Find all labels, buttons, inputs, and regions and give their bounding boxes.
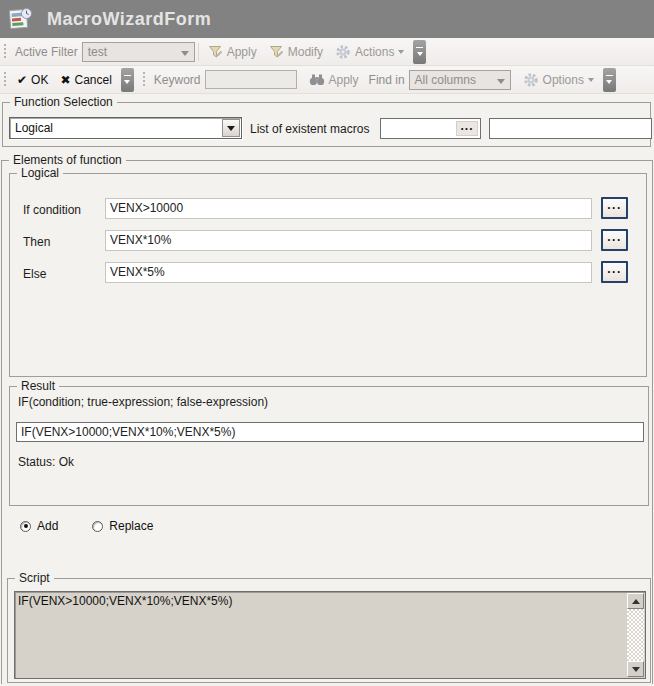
- script-vertical-scrollbar[interactable]: [627, 593, 644, 677]
- function-type-combobox[interactable]: Logical: [9, 117, 242, 139]
- active-filter-combobox[interactable]: test: [82, 42, 195, 62]
- script-content: IF(VENX>10000;VENX*10%;VENX*5%): [18, 594, 625, 608]
- app-icon: [7, 5, 35, 33]
- add-radio-label: Add: [37, 519, 58, 533]
- radio-circle-icon: [92, 521, 103, 532]
- then-value: VENX*10%: [110, 233, 171, 247]
- active-filter-label: Active Filter: [11, 45, 82, 59]
- existent-macros-browse-button[interactable]: ...: [456, 121, 478, 136]
- scroll-down-button[interactable]: [627, 661, 644, 677]
- elements-of-function-group: Elements of function Logical If conditio…: [1, 160, 653, 684]
- function-type-value: Logical: [15, 121, 53, 135]
- else-value: VENX*5%: [110, 265, 165, 279]
- add-radio[interactable]: Add: [20, 519, 58, 533]
- else-label: Else: [23, 267, 46, 281]
- function-selection-group: Function Selection Logical List of exist…: [2, 102, 651, 147]
- replace-radio[interactable]: Replace: [92, 519, 153, 533]
- triangle-down-icon: [632, 667, 640, 676]
- status-text: Status: Ok: [18, 455, 74, 469]
- find-in-combobox[interactable]: All columns: [409, 70, 511, 90]
- if-condition-browse-button[interactable]: ...: [601, 197, 628, 219]
- script-group: Script IF(VENX>10000;VENX*10%;VENX*5%): [7, 578, 651, 683]
- then-input[interactable]: VENX*10%: [105, 230, 592, 251]
- find-in-label: Find in: [365, 73, 409, 87]
- filter-edit-icon: [269, 45, 284, 59]
- gear-icon: [523, 72, 539, 88]
- mode-radio-group: Add Replace: [20, 519, 179, 533]
- form-body: Function Selection Logical List of exist…: [0, 95, 654, 686]
- find-apply-button[interactable]: Apply: [303, 70, 365, 90]
- if-condition-value: VENX>10000: [110, 201, 183, 215]
- logical-group: Logical If condition VENX>10000 ... Then…: [9, 173, 647, 377]
- window-title: MacroWizardForm: [47, 9, 211, 30]
- replace-radio-label: Replace: [109, 519, 153, 533]
- check-icon: ✔: [17, 73, 27, 87]
- result-expression-input[interactable]: IF(VENX>10000;VENX*10%;VENX*5%): [16, 422, 644, 442]
- if-condition-input[interactable]: VENX>10000: [105, 198, 592, 219]
- result-signature: IF(condition; true-expression; false-exp…: [18, 395, 268, 409]
- command-toolbar: ✔ OK ✖ Cancel Keyword Apply Find in: [0, 66, 654, 94]
- keyword-label: Keyword: [150, 73, 205, 87]
- ok-label: OK: [31, 73, 48, 87]
- title-bar: MacroWizardForm: [0, 0, 654, 38]
- chevron-down-icon: [181, 51, 189, 60]
- then-label: Then: [23, 235, 50, 249]
- result-group: Result IF(condition; true-expression; fa…: [9, 386, 649, 506]
- toolbar-overflow-button[interactable]: [603, 68, 616, 92]
- keyword-input[interactable]: [205, 70, 297, 89]
- chevron-down-icon: [227, 126, 235, 135]
- script-group-title: Script: [15, 571, 54, 585]
- chevron-down-icon: [398, 50, 404, 57]
- toolbar-grip[interactable]: [3, 71, 7, 88]
- else-browse-button[interactable]: ...: [601, 261, 628, 283]
- existent-macros-input[interactable]: ...: [380, 118, 481, 139]
- options-menu-button[interactable]: Options: [517, 69, 600, 91]
- filter-icon: [208, 45, 223, 59]
- ok-button[interactable]: ✔ OK: [11, 70, 54, 90]
- actions-label: Actions: [355, 45, 394, 59]
- options-label: Options: [543, 73, 584, 87]
- find-in-value: All columns: [415, 73, 476, 87]
- logical-group-title: Logical: [17, 166, 63, 180]
- combo-dropdown-button[interactable]: [222, 119, 240, 137]
- toolbar-overflow-button[interactable]: [121, 68, 134, 92]
- scroll-up-button[interactable]: [627, 593, 644, 609]
- chevron-down-icon: [497, 79, 505, 88]
- cancel-button[interactable]: ✖ Cancel: [54, 70, 117, 90]
- toolbar-separator: [198, 43, 199, 61]
- toolbar-overflow-button[interactable]: [413, 40, 426, 64]
- modify-filter-label: Modify: [288, 45, 323, 59]
- toolbar-grip[interactable]: [142, 71, 146, 88]
- macro-wizard-window: MacroWizardForm Active Filter test Apply: [0, 0, 654, 686]
- radio-circle-icon: [20, 521, 31, 532]
- else-input[interactable]: VENX*5%: [105, 262, 592, 283]
- cancel-label: Cancel: [74, 73, 111, 87]
- then-browse-button[interactable]: ...: [601, 229, 628, 251]
- elements-of-function-title: Elements of function: [9, 153, 126, 167]
- modify-filter-button[interactable]: Modify: [263, 42, 329, 62]
- chevron-down-icon: [588, 78, 594, 85]
- triangle-up-icon: [632, 595, 640, 604]
- cross-icon: ✖: [60, 73, 70, 87]
- function-selection-title: Function Selection: [10, 95, 117, 109]
- macro-name-input[interactable]: [489, 118, 652, 139]
- binoculars-icon: [309, 73, 325, 86]
- apply-filter-label: Apply: [227, 45, 257, 59]
- gear-icon: [335, 44, 351, 60]
- script-textarea[interactable]: IF(VENX>10000;VENX*10%;VENX*5%): [14, 591, 646, 679]
- active-filter-value: test: [88, 45, 107, 59]
- toolbar-grip[interactable]: [3, 43, 7, 60]
- find-apply-label: Apply: [329, 73, 359, 87]
- existent-macros-label: List of existent macros: [250, 122, 369, 136]
- filter-toolbar: Active Filter test Apply Modify: [0, 38, 654, 66]
- actions-menu-button[interactable]: Actions: [329, 41, 410, 63]
- result-expression-value: IF(VENX>10000;VENX*10%;VENX*5%): [21, 425, 235, 439]
- if-condition-label: If condition: [23, 203, 81, 217]
- result-group-title: Result: [17, 379, 59, 393]
- apply-filter-button[interactable]: Apply: [202, 42, 263, 62]
